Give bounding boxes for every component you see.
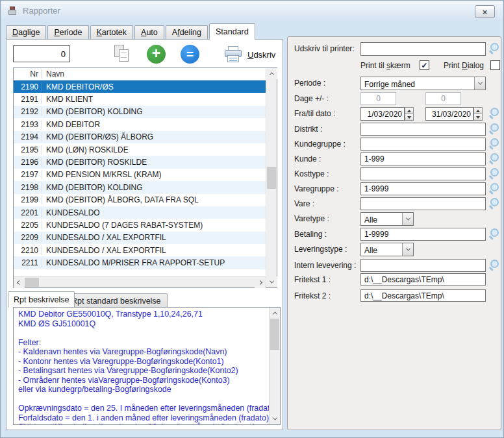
vare-input[interactable] [360, 197, 486, 210]
chevron-down-icon[interactable] [402, 243, 413, 256]
scroll-left-icon[interactable] [14, 277, 25, 288]
fritekst2-label: Fritekst 2 : [294, 291, 331, 300]
description-line [18, 395, 269, 404]
vertical-scroll-thumb[interactable] [270, 319, 279, 350]
description-line: eller via kundegrp/betaling-Bogføringsko… [18, 385, 269, 395]
table-row[interactable]: 2195 KMD (LØN) ROSKILDE [14, 143, 266, 156]
close-button[interactable]: × [475, 5, 495, 18]
table-row[interactable]: 2194 KMD (DEBITOR/ØS) ÅLBORG [14, 131, 266, 143]
search-icon[interactable] [488, 43, 499, 55]
scroll-up-icon[interactable] [266, 68, 277, 79]
printer-input[interactable] [360, 42, 486, 56]
header-nr[interactable]: Nr [14, 69, 42, 79]
tab-afdeling[interactable]: Afdeling [166, 25, 208, 39]
tab-auto[interactable]: Auto [134, 25, 164, 39]
tab-rpt-beskrivelse[interactable]: Rpt beskrivelse [8, 291, 75, 308]
til-dato-input[interactable] [425, 107, 473, 121]
list-vertical-scrollbar[interactable] [266, 68, 277, 287]
scroll-down-icon[interactable] [270, 413, 281, 424]
vare-label: Vare : [294, 199, 314, 208]
leveringstype-dropdown[interactable]: Alle [360, 243, 414, 256]
kunde-input[interactable] [360, 152, 486, 165]
table-row[interactable]: 2199 KMD (DEBITOR) ÅLBORG, DATA FRA SQL [14, 194, 266, 206]
vertical-scroll-thumb[interactable] [267, 167, 276, 189]
description-line: Felter: [18, 338, 269, 348]
search-icon[interactable] [488, 168, 499, 180]
report-tabs: Daglige Periode Kartotek Auto Afdeling S… [6, 23, 257, 40]
fritekst2-input[interactable] [360, 289, 486, 302]
intern-levevering-input[interactable] [360, 259, 486, 272]
search-icon[interactable] [488, 228, 499, 240]
description-vertical-scrollbar[interactable] [269, 308, 280, 424]
plus-icon: + [152, 46, 160, 61]
varetype-dropdown[interactable]: Alle [360, 212, 414, 226]
description-line: Opkrævningsdato = den 25. I måneden efte… [18, 404, 269, 413]
title-bar: Rapporter [1, 1, 503, 21]
fra-dato-input[interactable] [360, 107, 405, 121]
equals-button[interactable]: = [181, 45, 199, 64]
report-description: KMD Debitor GE550010Q, Transtype 1,10,24… [13, 307, 281, 425]
search-icon[interactable] [488, 138, 499, 150]
table-row[interactable]: 2192 KMD (DEBITOR) KOLDING [14, 106, 266, 118]
scroll-up-icon[interactable] [270, 308, 281, 319]
scroll-right-icon[interactable] [255, 277, 266, 288]
varegruppe-input[interactable] [360, 182, 486, 195]
description-line: KMD Debitor GE550010Q, Transtype 1,10,24… [18, 310, 269, 319]
fra-dato-spinner[interactable] [405, 107, 414, 121]
kundegruppe-label: Kundegruppe : [294, 140, 346, 149]
add-button[interactable]: + [147, 45, 166, 64]
tab-daglige[interactable]: Daglige [6, 25, 46, 39]
search-icon[interactable] [488, 153, 499, 165]
tab-periode[interactable]: Periode [47, 25, 88, 39]
dage-til-input[interactable] [425, 92, 461, 105]
print-dialog-checkbox[interactable] [490, 60, 500, 70]
tab-standard[interactable]: Standard [209, 23, 255, 40]
table-row[interactable]: 2211 KUNDESALDO M/PRISER FRA RAPPORT-SET… [14, 256, 266, 269]
search-icon[interactable] [488, 123, 499, 135]
spinner-down-icon [473, 114, 483, 121]
description-line [18, 328, 269, 338]
description-text[interactable]: KMD Debitor GE550010Q, Transtype 1,10,24… [14, 308, 269, 424]
table-row[interactable]: 2201 KUNDESALDO [14, 206, 266, 219]
periode-dropdown[interactable]: Forrige måned [360, 77, 486, 90]
list-horizontal-scrollbar[interactable] [14, 276, 266, 287]
kosttype-input[interactable] [360, 167, 486, 180]
report-number-input[interactable] [13, 45, 70, 62]
copy-icon[interactable] [113, 45, 132, 64]
udskriv-button[interactable]: Udskriv [223, 45, 275, 64]
close-icon: × [483, 8, 488, 16]
kundegruppe-input[interactable] [360, 138, 486, 151]
table-row[interactable]: 2205 KUNDESALDO (7 DAGES RABAT-SYSTEM) [14, 219, 266, 231]
betaling-input[interactable] [360, 228, 486, 241]
table-row[interactable]: 2198 KMD (DEBITOR) KOLDING [14, 181, 266, 193]
search-icon[interactable] [488, 183, 499, 195]
table-row[interactable]: 2193 KMD DEBITOR [14, 118, 266, 130]
search-icon[interactable] [488, 108, 499, 119]
table-row[interactable]: 2209 KUNDESALDO / XAL EXPORTFIL [14, 232, 266, 244]
distrikt-input[interactable] [360, 123, 486, 136]
print-options-panel: Udskriv til printer: Print til skærm ✓ P… [287, 36, 501, 430]
chevron-down-icon[interactable] [402, 213, 413, 225]
tab-kartotek[interactable]: Kartotek [90, 25, 134, 39]
leveringstype-label: Leveringstype : [294, 245, 347, 254]
kosttype-label: Kosttype : [294, 169, 329, 178]
table-row[interactable]: 2197 KMD PENSION M/KRSL (KRAM) [14, 169, 266, 181]
fritekst1-input[interactable] [360, 273, 486, 286]
table-row[interactable]: 2196 KMD (DEBITOR) ROSKILDE [14, 156, 266, 168]
horizontal-scroll-thumb[interactable] [25, 278, 39, 287]
print-dialog-label: Print Dialog [444, 61, 484, 70]
til-dato-spinner[interactable] [473, 107, 483, 121]
scroll-down-icon[interactable] [266, 276, 277, 287]
table-row[interactable]: 2190 KMD DEBITOR/ØS [14, 80, 266, 93]
search-icon[interactable] [488, 260, 499, 271]
tab-rpt-standard-beskrivelse[interactable]: Rpt standard beskrivelse [65, 293, 168, 308]
varegruppe-label: Varegruppe : [294, 184, 339, 193]
description-line: KMD ØS GJ510001Q [18, 319, 269, 329]
chevron-down-icon[interactable] [474, 77, 485, 90]
dage-fra-input[interactable] [360, 92, 396, 105]
table-row[interactable]: 2191 KMD KLIENT [14, 93, 266, 105]
table-row[interactable]: 2210 KUNDESALDO / XAL EXPORTFIL [14, 244, 266, 256]
header-navn[interactable]: Navn [42, 69, 64, 79]
print-til-skaerm-checkbox[interactable]: ✓ [420, 60, 429, 70]
search-icon[interactable] [488, 198, 499, 210]
